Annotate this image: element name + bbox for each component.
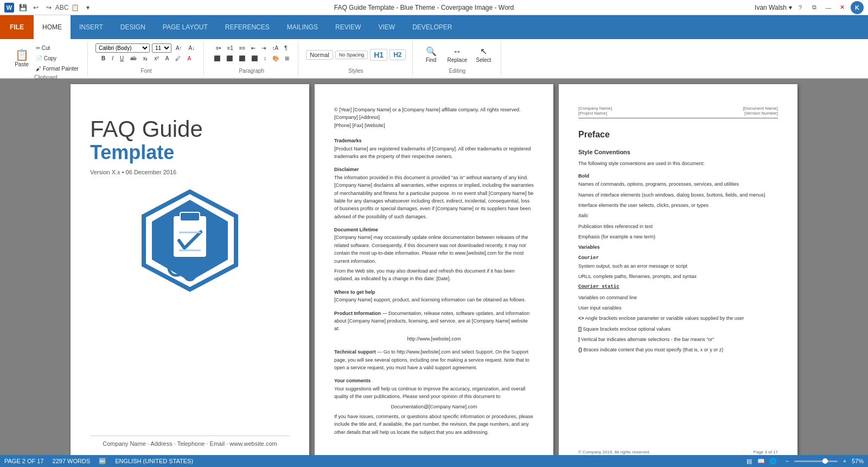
bullets-button[interactable]: ≡• [214, 43, 223, 53]
cover-hex-icon [90, 186, 290, 295]
text-effects-button[interactable]: A [163, 54, 171, 63]
window-title: FAQ Guide Template - Blue Theme - Coverp… [334, 4, 514, 11]
user-area[interactable]: Ivan Walsh ▾ [755, 4, 792, 11]
bold-button[interactable]: B [99, 54, 107, 63]
where-help-section: Where to get help [Company Name] support… [334, 288, 534, 304]
align-center-button[interactable]: ⬛ [224, 54, 235, 63]
status-right: ▤ 📖 🌐 − + 57% [744, 456, 864, 466]
style-italic-desc2: Emphasis (for example a new term) [578, 234, 655, 239]
preface-header-left: [Company Name] [Project Name] [578, 106, 612, 116]
format-button[interactable]: 📋 [69, 2, 80, 13]
quick-access-dropdown[interactable]: ▾ [82, 2, 93, 13]
redo-button[interactable]: ↪ [43, 2, 54, 13]
cut-button[interactable]: ✂ Cut [34, 43, 81, 53]
paragraph-label: Paragraph [239, 68, 264, 74]
align-right-button[interactable]: ⬛ [237, 54, 247, 63]
web-layout-icon[interactable]: 🌐 [768, 456, 778, 466]
subscript-button[interactable]: x₂ [141, 54, 150, 63]
select-button[interactable]: ↖Select [473, 45, 494, 65]
show-marks-button[interactable]: ¶ [282, 43, 289, 53]
line-spacing-button[interactable]: ↕ [261, 54, 269, 63]
preface-title: Preface [578, 127, 778, 142]
tab-developer[interactable]: DEVELOPER [404, 15, 461, 39]
multilevel-button[interactable]: ≡≡ [237, 43, 248, 53]
tab-references[interactable]: REFERENCES [216, 15, 278, 39]
format-painter-button[interactable]: 🖌 Format Painter [34, 64, 81, 73]
style-heading1[interactable]: H1 [370, 49, 387, 61]
tab-review[interactable]: REVIEW [327, 15, 369, 39]
tab-page-layout[interactable]: PAGE LAYOUT [154, 15, 216, 39]
tab-insert[interactable]: INSERT [71, 15, 112, 39]
style-italic-emphasis: Emphasis (for example a new term) [578, 233, 778, 241]
zoom-in-button[interactable]: + [840, 456, 850, 466]
spelling-button[interactable]: ABC [56, 2, 67, 13]
cover-version: Version X.x • 06 December 2016 [90, 169, 290, 175]
font-family-select[interactable]: Calibri (Body) [95, 43, 150, 53]
decrease-indent-button[interactable]: ⇤ [249, 43, 258, 53]
undo-button[interactable]: ↩ [30, 2, 41, 13]
shading-button[interactable]: 🎨 [270, 54, 281, 63]
style-courier-2: URLs, complete paths, filenames, prompts… [578, 273, 778, 281]
preface-footer-left: © Company 2016. All rights reserved. [578, 450, 650, 455]
highlight-button[interactable]: 🖊 [173, 54, 183, 63]
help-button[interactable]: ? [794, 2, 806, 14]
font-size-select[interactable]: 11 [152, 43, 171, 53]
cover-page: FAQ Guide Template Version X.x • 06 Dece… [71, 84, 309, 456]
preface-page: [Company Name] [Project Name] [Document … [559, 84, 797, 456]
ribbon-group-paragraph: ≡• ≡1 ≡≡ ⇤ ⇥ ↕A ¶ ⬛ ⬛ ⬛ ⬛ ↕ 🎨 ⊞ [205, 41, 298, 76]
style-normal[interactable]: Normal [306, 50, 333, 60]
replace-button[interactable]: ↔Replace [444, 45, 471, 65]
ribbon-group-styles: Normal No Spacing H1 H2 Styles [299, 41, 412, 76]
increase-indent-button[interactable]: ⇥ [259, 43, 268, 53]
copy-button[interactable]: 📄 Copy [34, 54, 81, 63]
style-braces: {} Braces indicate content that you must… [578, 346, 778, 354]
style-heading2[interactable]: H2 [390, 49, 405, 60]
tab-view[interactable]: VIEW [369, 15, 404, 39]
sort-button[interactable]: ↕A [270, 43, 280, 53]
svg-rect-3 [180, 212, 200, 221]
align-left-button[interactable]: ⬛ [212, 54, 222, 63]
trademarks-title: Trademarks [334, 138, 362, 143]
tab-design[interactable]: DESIGN [112, 15, 154, 39]
read-mode-icon[interactable]: 📖 [756, 456, 766, 466]
document-area: FAQ Guide Template Version X.x • 06 Dece… [0, 79, 868, 456]
your-comments-email: Documentation@[Company Name].com [334, 403, 534, 411]
print-layout-icon[interactable]: ▤ [744, 456, 754, 466]
numbering-button[interactable]: ≡1 [225, 43, 235, 53]
ribbon-group-font: Calibri (Body) 11 A↑ A↓ B I U ab x₂ x² A [89, 41, 204, 76]
minimize-button[interactable]: — [822, 2, 834, 14]
version-number-header: [Version Number] [743, 111, 778, 116]
style-var-cmdline: Variables on command line [578, 294, 778, 302]
strikethrough-button[interactable]: ab [128, 54, 138, 63]
find-button[interactable]: 🔍Find [420, 45, 442, 65]
close-button[interactable]: ✕ [837, 2, 848, 14]
style-courier-desc2: URLs, complete paths, filenames, prompts… [578, 274, 697, 279]
doc-lifetime-text2: From the Web site, you may also download… [334, 267, 534, 283]
restore-button[interactable]: ⧉ [808, 2, 820, 14]
tab-file[interactable]: FILE [0, 15, 34, 39]
disclaimer-text: The information provided in this documen… [334, 174, 534, 220]
zoom-out-button[interactable]: − [782, 456, 792, 466]
style-no-spacing[interactable]: No Spacing [335, 51, 368, 59]
style-braces-desc: Braces indicate content that you must sp… [584, 347, 724, 352]
paste-button[interactable]: 📋Paste [11, 47, 33, 70]
status-bar: PAGE 2 OF 17 2297 WORDS 🔤 ENGLISH (UNITE… [0, 455, 868, 467]
underline-button[interactable]: U [118, 54, 126, 63]
tab-home[interactable]: HOME [34, 15, 71, 39]
zoom-slider-track[interactable] [794, 460, 838, 462]
decrease-font-button[interactable]: A↓ [187, 43, 197, 53]
justify-button[interactable]: ⬛ [249, 54, 260, 63]
style-square-brackets: [] Square brackets enclose optional valu… [578, 325, 778, 333]
preface-header: [Company Name] [Project Name] [Document … [578, 106, 778, 118]
font-color-button[interactable]: A [185, 54, 193, 63]
increase-font-button[interactable]: A↑ [174, 43, 184, 53]
view-icons: ▤ 📖 🌐 [744, 456, 778, 466]
style-angle-brackets: <> Angle brackets enclose parameter or v… [578, 314, 778, 323]
svg-point-7 [174, 265, 179, 270]
superscript-button[interactable]: x² [152, 54, 161, 63]
save-button[interactable]: 💾 [17, 2, 28, 13]
italic-button[interactable]: I [110, 54, 116, 63]
copyright-line2: [Company] [Address] [334, 113, 534, 121]
tab-mailings[interactable]: MAILINGS [278, 15, 327, 39]
borders-button[interactable]: ⊞ [283, 54, 291, 63]
